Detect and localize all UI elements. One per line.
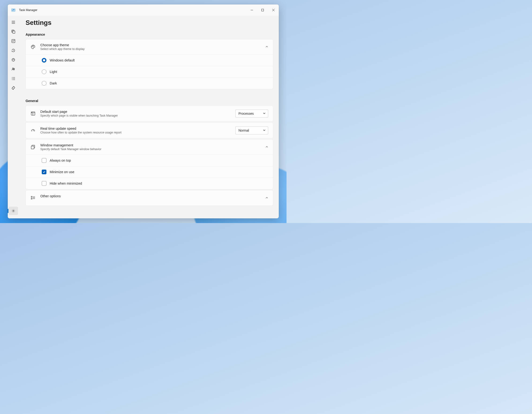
theme-option-label: Windows default bbox=[50, 58, 75, 62]
radio-icon[interactable] bbox=[42, 69, 47, 74]
app-icon bbox=[11, 8, 15, 12]
sidebar-item-settings[interactable] bbox=[9, 207, 18, 215]
other-options-title: Other options bbox=[40, 194, 261, 198]
chevron-up-icon bbox=[266, 196, 268, 200]
radio-icon[interactable] bbox=[42, 58, 47, 63]
settings-scroll-area[interactable]: Appearance Choose app theme Select which… bbox=[19, 28, 279, 218]
svg-point-15 bbox=[14, 68, 15, 69]
theme-option-light[interactable]: Light bbox=[26, 66, 273, 77]
start-page-dropdown[interactable]: Processes bbox=[235, 110, 268, 117]
svg-point-16 bbox=[12, 77, 12, 78]
theme-option-default[interactable]: Windows default bbox=[26, 54, 273, 66]
svg-rect-35 bbox=[31, 196, 32, 197]
window-title: Task Manager bbox=[19, 9, 38, 12]
svg-point-22 bbox=[13, 210, 14, 211]
update-speed-dropdown[interactable]: Normal bbox=[235, 126, 268, 135]
svg-point-17 bbox=[12, 78, 12, 79]
section-general-label: General bbox=[26, 99, 273, 103]
svg-point-29 bbox=[32, 112, 32, 113]
hamburger-menu-button[interactable] bbox=[9, 18, 18, 27]
main-content: Settings Appearance Choose app theme Sel… bbox=[19, 16, 279, 218]
theme-card-header[interactable]: Choose app theme Select which app theme … bbox=[26, 39, 273, 54]
sidebar-item-details[interactable] bbox=[9, 74, 18, 83]
theme-card: Choose app theme Select which app theme … bbox=[26, 39, 273, 89]
option-always-on-top[interactable]: Always on top bbox=[26, 154, 273, 166]
sidebar-item-services[interactable] bbox=[9, 84, 18, 92]
window-controls bbox=[247, 4, 279, 16]
checkbox-icon[interactable] bbox=[42, 170, 47, 174]
window-management-title: Window management bbox=[40, 143, 261, 147]
theme-option-label: Light bbox=[50, 70, 57, 74]
minimize-button[interactable] bbox=[247, 4, 257, 16]
svg-line-30 bbox=[33, 130, 34, 131]
chevron-down-icon bbox=[263, 112, 266, 116]
page-icon bbox=[30, 111, 36, 116]
svg-rect-11 bbox=[13, 31, 15, 33]
window-icon bbox=[30, 144, 36, 150]
option-label: Hide when minimized bbox=[50, 182, 82, 185]
task-manager-window: Task Manager bbox=[8, 4, 279, 218]
section-appearance-label: Appearance bbox=[26, 33, 273, 36]
start-page-subtitle: Specify which page is visible when launc… bbox=[40, 114, 231, 117]
start-page-header: Default start page Specify which page is… bbox=[26, 106, 273, 121]
svg-point-14 bbox=[12, 68, 14, 69]
svg-point-24 bbox=[33, 46, 33, 46]
theme-option-label: Dark bbox=[50, 81, 57, 85]
sidebar bbox=[8, 16, 19, 218]
maximize-button[interactable] bbox=[257, 4, 268, 16]
start-page-card: Default start page Specify which page is… bbox=[26, 106, 273, 122]
theme-option-dark[interactable]: Dark bbox=[26, 77, 273, 89]
svg-rect-36 bbox=[31, 198, 32, 199]
update-speed-header: Real time update speed Choose how often … bbox=[26, 123, 273, 138]
sidebar-item-app-history[interactable] bbox=[9, 46, 18, 55]
other-options-header[interactable]: Other options x bbox=[26, 191, 273, 205]
option-label: Minimize on use bbox=[50, 170, 74, 174]
sidebar-item-processes[interactable] bbox=[9, 28, 18, 36]
chevron-up-icon bbox=[266, 145, 268, 149]
option-minimize-on-use[interactable]: Minimize on use bbox=[26, 166, 273, 178]
svg-point-25 bbox=[34, 46, 34, 47]
sidebar-item-performance[interactable] bbox=[9, 37, 18, 45]
checkbox-icon[interactable] bbox=[42, 158, 47, 163]
dropdown-value: Normal bbox=[238, 129, 259, 132]
svg-point-18 bbox=[12, 80, 12, 80]
update-speed-title: Real time update speed bbox=[40, 127, 231, 130]
option-hide-when-minimized[interactable]: Hide when minimized bbox=[26, 178, 273, 189]
checkbox-icon[interactable] bbox=[42, 181, 47, 186]
update-speed-subtitle: Choose how often to update the system re… bbox=[40, 131, 231, 134]
sidebar-item-startup-apps[interactable] bbox=[9, 56, 18, 64]
close-button[interactable] bbox=[268, 4, 279, 16]
window-management-header[interactable]: Window management Specify default Task M… bbox=[26, 140, 273, 154]
dropdown-value: Processes bbox=[238, 112, 259, 116]
chevron-down-icon bbox=[263, 129, 266, 132]
option-label: Always on top bbox=[50, 159, 71, 162]
start-page-title: Default start page bbox=[40, 110, 231, 114]
window-management-card: Window management Specify default Task M… bbox=[26, 139, 273, 189]
sidebar-item-users[interactable] bbox=[9, 65, 18, 73]
list-icon bbox=[30, 195, 36, 201]
theme-title: Choose app theme bbox=[40, 43, 261, 47]
other-options-card: Other options x bbox=[26, 190, 273, 206]
page-title: Settings bbox=[19, 16, 279, 28]
update-speed-card: Real time update speed Choose how often … bbox=[26, 122, 273, 138]
titlebar[interactable]: Task Manager bbox=[8, 4, 279, 16]
palette-icon bbox=[30, 44, 36, 49]
window-management-subtitle: Specify default Task Manager window beha… bbox=[40, 147, 261, 151]
radio-icon[interactable] bbox=[42, 81, 47, 86]
chevron-up-icon bbox=[266, 45, 268, 49]
theme-subtitle: Select which app theme to display bbox=[40, 47, 261, 51]
svg-rect-2 bbox=[262, 9, 264, 11]
gauge-icon bbox=[30, 128, 36, 133]
svg-rect-34 bbox=[31, 146, 34, 149]
svg-point-23 bbox=[32, 47, 32, 47]
